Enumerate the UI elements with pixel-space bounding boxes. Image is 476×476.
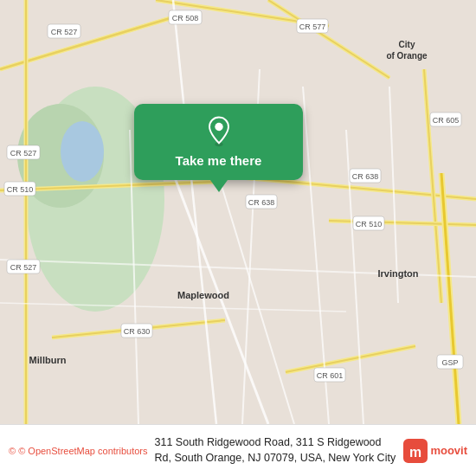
cr638-mid-label: CR 638	[248, 198, 275, 207]
pin-icon	[203, 116, 235, 147]
cr510-right-label: CR 510	[356, 220, 383, 228]
osm-icon: ©	[9, 446, 16, 456]
svg-point-51	[215, 123, 222, 131]
cr605-label: CR 605	[433, 116, 460, 125]
map-svg: CR 527 CR 508 CR 527 CR 510 CR 577 CR 63…	[0, 0, 476, 424]
svg-text:m: m	[409, 444, 421, 459]
maplewood-label: Maplewood	[177, 290, 229, 300]
map-container: CR 527 CR 508 CR 527 CR 510 CR 577 CR 63…	[0, 0, 476, 424]
bottom-bar: © © OpenStreetMap contributors 311 South…	[0, 424, 476, 476]
cr510-left-label: CR 510	[7, 185, 34, 194]
moovit-logo: m moovit	[403, 439, 467, 463]
cr527-mid-label: CR 527	[10, 149, 37, 158]
cr638-right-label: CR 638	[352, 172, 379, 181]
cr601-label: CR 601	[317, 371, 344, 380]
take-me-there-label: Take me there	[176, 152, 262, 170]
gsp-label: GSP	[441, 358, 458, 367]
cr527-top-label: CR 527	[51, 28, 78, 36]
osm-text: © OpenStreetMap contributors	[18, 446, 147, 456]
millburn-label: Millburn	[29, 355, 67, 365]
city-of-orange-label: City	[399, 40, 415, 49]
callout-bubble[interactable]: Take me there	[134, 104, 303, 180]
moovit-text: moovit	[430, 444, 467, 457]
cr630-label: CR 630	[124, 327, 151, 336]
irvington-label: Irvington	[377, 268, 418, 279]
cr527-bottom-label: CR 527	[10, 263, 37, 272]
cr508-label: CR 508	[172, 14, 199, 23]
osm-attribution: © © OpenStreetMap contributors	[9, 446, 148, 456]
address-text: 311 South Ridgewood Road, 311 S Ridgewoo…	[155, 435, 397, 466]
city-of-orange-label2: of Orange	[386, 51, 428, 61]
svg-point-3	[61, 121, 104, 182]
moovit-icon-svg: m	[403, 439, 428, 463]
cr577-label: CR 577	[299, 23, 326, 31]
